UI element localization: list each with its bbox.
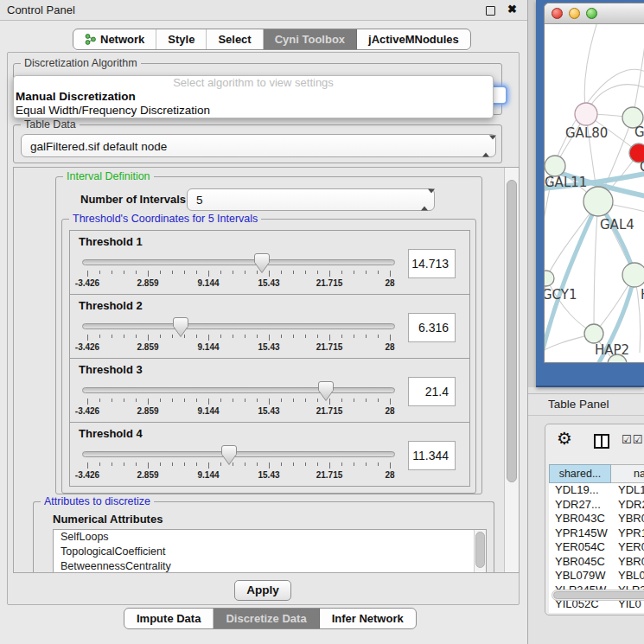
tick-mark (269, 462, 270, 469)
window-minimize-button[interactable] (569, 8, 580, 19)
tick-mark (281, 399, 282, 402)
bottom-tab-infer-network[interactable]: Infer Network (320, 609, 416, 628)
screen: Control Panel ✖ NetworkStyleSelectCyni T… (0, 0, 644, 644)
slider-thumb[interactable] (172, 316, 189, 338)
columns-icon[interactable] (594, 434, 609, 449)
attribute-item-selfloops[interactable]: SelfLoops (54, 530, 486, 545)
checkbox-icon[interactable]: ☑ (633, 433, 644, 446)
algorithm-dropdown-popup: Select algorithm to view settings Manual… (13, 75, 494, 118)
close-icon[interactable]: ✖ (507, 3, 517, 16)
tick-mark (196, 271, 197, 274)
tick-mark (281, 335, 282, 338)
tick-mark (112, 271, 112, 274)
algorithm-option-manual-discretization[interactable]: Manual Discretization (14, 90, 493, 104)
tick-mark (208, 399, 209, 405)
table-row[interactable]: YER054CYER0 (549, 540, 644, 555)
window-zoom-button[interactable] (586, 8, 597, 19)
table-row[interactable]: YPR145WYPR1 (549, 526, 644, 541)
slider-thumb[interactable] (317, 380, 335, 402)
threshold-value-field[interactable]: 21.4 (408, 377, 456, 406)
table-row[interactable]: YDL19...YDL1 (549, 483, 644, 498)
attribute-item-betweennesscentrality[interactable]: BetweennessCentrality (54, 559, 486, 573)
tab-jactivemnodules[interactable]: jActiveMNodules (357, 29, 470, 49)
table-horizontal-scrollbar[interactable] (552, 590, 644, 601)
tab-style[interactable]: Style (156, 29, 207, 49)
cell-shared-name: YBL079W (549, 569, 611, 583)
tick-mark (341, 462, 342, 466)
tick-mark (124, 399, 124, 402)
node-h[interactable] (622, 263, 644, 287)
tick-label: -3.426 (75, 342, 99, 352)
tick-mark (184, 271, 185, 274)
threshold-slider-4[interactable]: -3.4262.8599.14415.4321.71528 (82, 443, 395, 485)
table-horizontal-scrollbar-thumb[interactable] (553, 591, 644, 599)
tick-label: 21.715 (316, 278, 343, 288)
tick-mark (354, 399, 354, 402)
tick-mark (257, 399, 258, 402)
node-gal4[interactable] (583, 187, 613, 216)
number-of-intervals-combobox[interactable]: 5 (187, 188, 435, 211)
tick-mark (148, 271, 149, 277)
threshold-box-2: Threshold 2-3.4262.8599.14415.4321.71528… (69, 294, 470, 359)
node-gcy1[interactable] (545, 271, 554, 286)
slider-thumb[interactable] (253, 252, 271, 274)
tick-mark (366, 271, 367, 274)
tick-label: 9.144 (197, 470, 219, 480)
svg-text:GAL80: GAL80 (565, 125, 608, 141)
threshold-slider-2[interactable]: -3.4262.8599.14415.4321.71528 (82, 316, 395, 357)
table-panel-title: Table Panel (548, 398, 609, 411)
network-canvas[interactable]: GAL80 GA C GAL11 GAL4 GCY1 H HAP2 (545, 24, 644, 362)
table-row[interactable]: YBR043CYBR0 (549, 512, 644, 526)
attribute-item-topologicalcoefficient[interactable]: TopologicalCoefficient (54, 545, 486, 559)
tick-mark (220, 335, 221, 338)
tick-label: 28 (385, 470, 394, 480)
slider-thumb[interactable] (220, 444, 238, 466)
threshold-slider-1[interactable]: -3.4262.8599.14415.4321.71528 (82, 252, 395, 293)
threshold-value-field[interactable]: 14.713 (408, 249, 456, 278)
tick-mark (124, 462, 124, 466)
node-hap2[interactable] (584, 324, 603, 343)
network-window: GAL80 GA C GAL11 GAL4 GCY1 H HAP2 (544, 3, 644, 363)
bottom-tab-impute-data[interactable]: Impute Data (124, 609, 214, 628)
cell-name: YPR1 (611, 526, 644, 541)
node-gal11[interactable] (545, 156, 565, 176)
svg-text:GA: GA (634, 124, 644, 140)
table-row[interactable]: YBR045CYBR0 (549, 555, 644, 570)
numerical-attributes-list[interactable]: SelfLoopsTopologicalCoefficientBetweenne… (53, 529, 487, 573)
select-columns-icons[interactable]: ☑☑ (622, 433, 643, 446)
algorithm-option-equal-width-frequency-discretization[interactable]: Equal Width/Frequency Discretization (14, 104, 493, 118)
node-gal80[interactable] (575, 103, 597, 125)
threshold-value-field[interactable]: 6.316 (408, 313, 456, 342)
settings-scrollbar-thumb[interactable] (507, 180, 517, 482)
tick-mark (390, 462, 391, 469)
tick-mark (87, 271, 88, 277)
tab-cyni-toolbox[interactable]: Cyni Toolbox (264, 29, 357, 49)
float-window-icon[interactable] (486, 6, 495, 16)
attributes-scrollbar-thumb[interactable] (475, 532, 485, 568)
tab-network[interactable]: Network (73, 29, 156, 49)
tab-select[interactable]: Select (207, 29, 263, 49)
threshold-value-field[interactable]: 11.344 (408, 441, 456, 470)
table-data-combobox[interactable]: galFiltered.sif default node (21, 134, 496, 157)
cell-name: YBL0 (611, 569, 644, 583)
gear-icon[interactable]: ⚙ (557, 430, 572, 447)
window-close-button[interactable] (552, 8, 563, 19)
column-header-shared-name[interactable]: shared... (549, 464, 611, 483)
threshold-slider-3[interactable]: -3.4262.8599.14415.4321.71528 (82, 379, 395, 421)
tick-mark (112, 462, 112, 466)
tick-mark (99, 335, 100, 338)
bottom-tab-discretize-data[interactable]: Discretize Data (214, 609, 319, 628)
tick-mark (305, 335, 306, 338)
threshold-label: Threshold 4 (79, 427, 143, 440)
checkbox-icon[interactable]: ☑ (622, 433, 633, 446)
algorithm-placeholder-option[interactable]: Select algorithm to view settings (14, 76, 493, 90)
apply-button[interactable]: Apply (234, 580, 291, 601)
table-row[interactable]: YDR27...YDR2 (549, 498, 644, 513)
threshold-label: Threshold 3 (79, 363, 143, 376)
column-header-name[interactable]: na (611, 464, 644, 483)
table-row[interactable]: YBL079WYBL0 (549, 569, 644, 583)
attributes-scrollbar[interactable] (474, 530, 486, 573)
settings-scrollbar[interactable] (504, 168, 519, 572)
network-window-frame: GAL80 GA C GAL11 GAL4 GCY1 H HAP2 (536, 0, 644, 387)
svg-text:GAL4: GAL4 (600, 217, 634, 233)
